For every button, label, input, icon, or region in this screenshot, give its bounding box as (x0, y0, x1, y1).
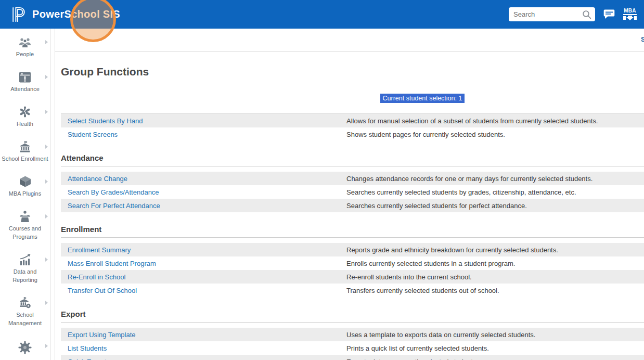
section-divider (61, 166, 644, 166)
chevron-right-icon[interactable] (45, 344, 48, 348)
sidebar-item-label: Data and Reporting (1, 267, 49, 284)
chevron-right-icon[interactable] (45, 258, 48, 262)
function-description: Exports data on currently selected stude… (346, 358, 478, 360)
function-link[interactable]: Export Using Template (61, 331, 346, 339)
main-content: S Group Functions Current student select… (55, 29, 644, 360)
table-row: Enrollment Summary Reports grade and eth… (61, 243, 644, 256)
table-row: Search By Grades/Attendance Searches cur… (61, 185, 644, 199)
sidebar-item-health[interactable]: Health (0, 102, 50, 128)
function-link[interactable]: Transfer Out Of School (61, 287, 346, 294)
powerschool-logo[interactable]: PowerSchool SIS (10, 6, 120, 23)
sidebar-item-label: MBA Plugins (1, 189, 49, 198)
table-row: Mass Enroll Student Program Enrolls curr… (61, 256, 644, 270)
function-description: Searches currently selected students by … (346, 188, 576, 196)
function-link[interactable]: Re-Enroll in School (61, 273, 346, 281)
mba-label: MBA (624, 8, 636, 14)
chevron-right-icon[interactable] (45, 75, 48, 79)
section-divider (61, 322, 644, 323)
function-link[interactable]: Student Screens (61, 131, 346, 138)
table-row: Select Students By Hand Allows for manua… (61, 114, 644, 127)
functions-table: Select Students By Hand Allows for manua… (61, 113, 644, 141)
school-management-icon (19, 297, 31, 308)
sidebar-item-label: Attendance (1, 85, 49, 93)
attendance-icon (19, 72, 31, 83)
page-title: Group Functions (61, 66, 644, 78)
function-link[interactable]: Mass Enroll Student Program (61, 260, 346, 267)
function-description: Changes attendance records for one or ma… (346, 175, 593, 183)
current-selection-badge: Current student selection: 1 (380, 94, 465, 103)
sidebar-item-system-settings[interactable] (0, 336, 50, 355)
section-heading-attendance: Attendance (61, 153, 644, 162)
courses-and-programs-icon (19, 211, 31, 222)
function-link[interactable]: Search By Grades/Attendance (61, 188, 346, 196)
table-row: Quick Export Exports data on currently s… (61, 355, 644, 360)
app-header: PowerSchool SIS MBA (0, 0, 644, 29)
sidebar-item-label: Health (1, 120, 49, 128)
chevron-right-icon[interactable] (45, 214, 48, 218)
table-row: Re-Enroll in School Re-enroll students i… (61, 270, 644, 284)
section-heading-enrollment: Enrollment (61, 225, 644, 234)
function-link[interactable]: Quick Export (61, 358, 346, 360)
mba-launch-icon[interactable]: MBA (623, 8, 637, 20)
data-and-reporting-icon (19, 254, 31, 265)
sidebar-item-courses-and-programs[interactable]: Courses and Programs (0, 207, 50, 241)
function-link[interactable]: Attendance Change (61, 175, 346, 183)
function-link[interactable]: Select Students By Hand (61, 117, 346, 125)
clipped-right-text: S (641, 35, 644, 45)
functions-table: Export Using Template Uses a template to… (61, 328, 644, 360)
search-input[interactable] (513, 10, 582, 18)
functions-table: Enrollment Summary Reports grade and eth… (61, 243, 644, 297)
function-description: Transfers currently selected students ou… (346, 287, 499, 294)
function-description: Allows for manual selection of a subset … (346, 117, 598, 125)
function-description: Re-enroll students into the current scho… (346, 273, 472, 281)
function-description: Uses a template to exports data on curre… (346, 331, 535, 339)
chevron-right-icon[interactable] (45, 145, 48, 149)
gear-icon (18, 340, 32, 355)
sidebar-gutter (50, 29, 55, 360)
function-description: Enrolls currently selected students in a… (346, 260, 515, 267)
function-description: Prints a quick list of currently selecte… (346, 344, 489, 352)
health-icon (19, 106, 31, 118)
chevron-right-icon[interactable] (45, 179, 48, 184)
chevron-right-icon[interactable] (45, 301, 48, 305)
sidebar-nav: People Attendance (0, 29, 50, 360)
sidebar-item-label: School Management (1, 311, 49, 327)
chevron-right-icon[interactable] (45, 40, 48, 44)
function-description: Shows student pages for currently select… (346, 131, 505, 138)
breadcrumb-strip: S (55, 29, 644, 52)
table-row: Search For Perfect Attendance Searches c… (61, 199, 644, 212)
function-link[interactable]: Search For Perfect Attendance (61, 202, 346, 210)
sidebar-item-school-enrollment[interactable]: School Enrollment (0, 137, 50, 163)
search-box[interactable] (509, 7, 595, 21)
sidebar-item-label: Courses and Programs (1, 224, 49, 241)
powerschool-logo-icon (10, 6, 27, 23)
sidebar-item-school-management[interactable]: School Management (0, 293, 50, 327)
table-row: List Students Prints a quick list of cur… (61, 341, 644, 355)
sidebar-item-label: School Enrollment (1, 155, 49, 163)
mba-tray-icon (623, 14, 637, 20)
table-row: Export Using Template Uses a template to… (61, 328, 644, 341)
section-divider (61, 237, 644, 238)
sidebar-item-people[interactable]: People (0, 32, 50, 58)
sidebar-item-data-and-reporting[interactable]: Data and Reporting (0, 250, 50, 284)
chat-icon[interactable] (603, 9, 615, 20)
table-row: Student Screens Shows student pages for … (61, 127, 644, 141)
people-icon (18, 37, 32, 48)
function-description: Searches currently selected students for… (346, 202, 527, 210)
section-heading-export: Export (61, 310, 644, 318)
sidebar-item-label: People (1, 50, 49, 58)
table-row: Transfer Out Of School Transfers current… (61, 284, 644, 297)
functions-table: Attendance Change Changes attendance rec… (61, 172, 644, 212)
sidebar-item-attendance[interactable]: Attendance (0, 67, 50, 93)
function-description: Reports grade and ethnicity breakdown fo… (346, 246, 558, 254)
sidebar-item-mba-plugins[interactable]: MBA Plugins (0, 172, 50, 198)
chevron-right-icon[interactable] (45, 110, 48, 114)
mba-plugins-icon (19, 176, 31, 187)
table-row: Attendance Change Changes attendance rec… (61, 172, 644, 185)
function-link[interactable]: Enrollment Summary (61, 246, 346, 254)
brand-title: PowerSchool SIS (32, 8, 120, 20)
function-link[interactable]: List Students (61, 344, 346, 352)
search-icon[interactable] (582, 10, 591, 19)
school-enrollment-icon (19, 141, 31, 152)
